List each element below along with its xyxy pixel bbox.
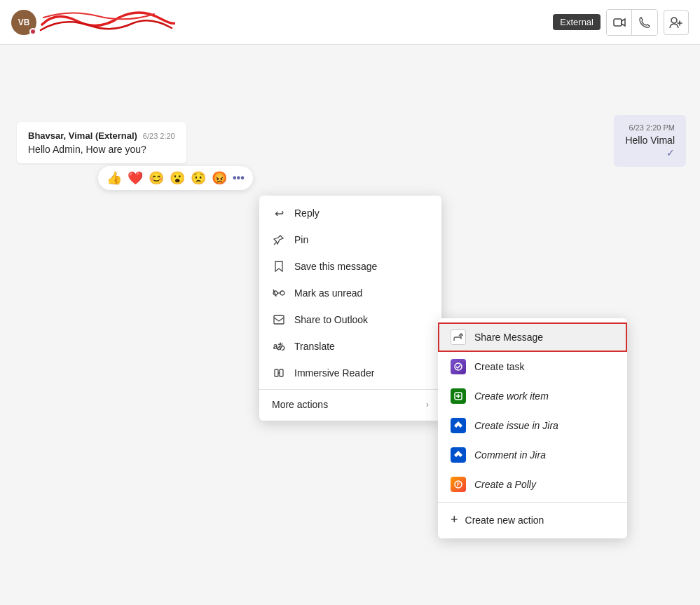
- submenu-item-create-work-item[interactable]: Create work item: [438, 381, 627, 411]
- menu-immersive-reader-label: Immersive Reader: [294, 367, 374, 379]
- mark-unread-icon: [272, 286, 286, 300]
- phone-call-button[interactable]: [632, 10, 657, 35]
- svg-point-4: [280, 291, 284, 295]
- plus-icon: +: [451, 512, 458, 527]
- read-receipt: ✓: [625, 147, 675, 158]
- menu-mark-unread-label: Mark as unread: [294, 287, 362, 299]
- call-buttons: [606, 9, 658, 36]
- save-icon: [272, 259, 286, 273]
- submenu-item-create-new-action[interactable]: + Create new action: [438, 505, 627, 534]
- pin-icon: [272, 233, 286, 247]
- avatar: VB: [11, 10, 36, 35]
- submenu-create-work-item-label: Create work item: [474, 390, 549, 402]
- menu-item-translate[interactable]: aあ Translate: [259, 333, 441, 360]
- add-people-button[interactable]: [664, 10, 689, 35]
- name-scribble: [35, 4, 175, 39]
- reply-icon: ↩: [272, 206, 286, 220]
- menu-reply-label: Reply: [294, 208, 320, 219]
- submenu-create-polly-label: Create a Polly: [474, 479, 536, 490]
- menu-item-immersive-reader[interactable]: Immersive Reader: [259, 360, 441, 386]
- message-time: 6/23 2:20: [143, 132, 175, 140]
- submenu-divider: [438, 502, 627, 503]
- svg-line-2: [274, 242, 277, 245]
- menu-item-share-outlook[interactable]: Share to Outlook: [259, 306, 441, 333]
- create-polly-icon: [451, 477, 466, 492]
- emoji-reaction-bar: 👍 ❤️ 😊 😮 😟 😡 •••: [98, 166, 253, 190]
- submenu-item-create-issue-jira[interactable]: Create issue in Jira: [438, 411, 627, 440]
- outgoing-text: Hello Vimal: [625, 135, 675, 146]
- create-task-icon: [451, 359, 466, 374]
- submenu-share-message-label: Share Message: [474, 332, 543, 343]
- create-issue-jira-icon: [451, 418, 466, 433]
- svg-point-1: [671, 18, 677, 23]
- svg-rect-0: [614, 19, 622, 26]
- menu-item-save[interactable]: Save this message: [259, 253, 441, 280]
- header-actions: External: [553, 9, 689, 36]
- submenu: Share Message Create task: [438, 318, 627, 538]
- menu-more-actions-label: More actions: [272, 399, 328, 410]
- submenu-item-create-polly[interactable]: Create a Polly: [438, 470, 627, 499]
- svg-rect-8: [280, 369, 283, 376]
- emoji-more-button[interactable]: •••: [233, 172, 245, 184]
- svg-rect-6: [274, 315, 284, 324]
- menu-item-mark-unread[interactable]: Mark as unread: [259, 280, 441, 306]
- menu-share-outlook-label: Share to Outlook: [294, 314, 368, 325]
- external-badge: External: [553, 14, 601, 30]
- emoji-smile[interactable]: 😊: [149, 170, 164, 186]
- comment-jira-icon: [451, 447, 466, 463]
- message-sender: Bhavsar, Vimal (External): [28, 130, 137, 141]
- emoji-heart[interactable]: ❤️: [128, 170, 143, 186]
- create-work-item-icon: [451, 388, 466, 404]
- video-call-button[interactable]: [607, 10, 632, 35]
- share-message-icon: [451, 329, 466, 345]
- outgoing-time: 6/23 2:20 PM: [625, 123, 675, 132]
- svg-rect-7: [275, 369, 278, 376]
- submenu-create-task-label: Create task: [474, 361, 525, 372]
- share-outlook-icon: [272, 313, 286, 327]
- message-header: Bhavsar, Vimal (External) 6/23 2:20: [28, 130, 175, 141]
- submenu-item-create-task[interactable]: Create task: [438, 352, 627, 381]
- emoji-wow[interactable]: 😮: [170, 170, 185, 186]
- menu-divider: [259, 389, 441, 390]
- outgoing-message: 6/23 2:20 PM Hello Vimal ✓: [614, 115, 686, 167]
- menu-item-reply[interactable]: ↩ Reply: [259, 200, 441, 226]
- immersive-reader-icon: [272, 366, 286, 380]
- emoji-angry[interactable]: 😡: [212, 170, 227, 186]
- emoji-sad[interactable]: 😟: [191, 170, 206, 186]
- menu-pin-label: Pin: [294, 234, 308, 245]
- chevron-right-icon: ›: [426, 400, 429, 409]
- menu-item-more-actions[interactable]: More actions ›: [259, 393, 441, 416]
- submenu-item-comment-jira[interactable]: Comment in Jira: [438, 440, 627, 470]
- header: VB External: [0, 0, 700, 45]
- submenu-item-share-message[interactable]: Share Message: [438, 322, 627, 352]
- submenu-create-new-action-label: Create new action: [465, 515, 544, 526]
- submenu-create-issue-jira-label: Create issue in Jira: [474, 420, 558, 431]
- menu-item-pin[interactable]: Pin: [259, 226, 441, 253]
- translate-icon: aあ: [272, 339, 286, 353]
- chat-area: 6/23 2:20 PM Hello Vimal ✓ Bhavsar, Vima…: [0, 45, 700, 605]
- emoji-thumbsup[interactable]: 👍: [107, 170, 122, 186]
- context-menu: ↩ Reply Pin Save this message: [259, 196, 441, 421]
- incoming-message: Bhavsar, Vimal (External) 6/23 2:20 Hell…: [17, 122, 186, 163]
- message-text: Hello Admin, How are you?: [28, 144, 175, 155]
- menu-translate-label: Translate: [294, 341, 335, 352]
- submenu-comment-jira-label: Comment in Jira: [474, 449, 546, 461]
- menu-save-label: Save this message: [294, 261, 377, 272]
